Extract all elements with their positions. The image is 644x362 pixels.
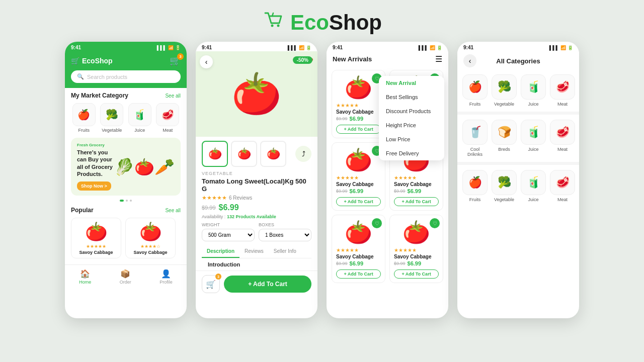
- rating-row: ★★★★★ 6 Reviews: [202, 195, 311, 201]
- cat-juice[interactable]: 🧃 Juice: [127, 103, 153, 133]
- cat-icon-juice-2: 🧃: [521, 120, 546, 145]
- dropdown-discount-products[interactable]: Discount Products: [379, 104, 444, 118]
- availability-row: Availability : 132 Products Available: [202, 214, 311, 219]
- old-price: $9.99: [202, 205, 216, 211]
- meat-icon: 🥩: [156, 103, 179, 126]
- shop-now-button[interactable]: Shop Now >: [77, 182, 111, 191]
- banner-dots: [65, 200, 187, 202]
- nav-home[interactable]: 🏠 Home: [79, 269, 91, 285]
- nav-profile[interactable]: 👤 Profile: [159, 269, 173, 285]
- cat-fruits[interactable]: 🍎 Fruits: [71, 103, 97, 133]
- cat-card-juice-2[interactable]: 🧃 Juice: [521, 120, 546, 157]
- dropdown-height-price[interactable]: Height Price: [379, 118, 444, 132]
- status-icons-3: ▌▌▌ 📶 🔋: [419, 45, 442, 50]
- market-see-all[interactable]: See all: [165, 93, 181, 99]
- cat-card-meat-1[interactable]: 🥩 Meat: [550, 74, 575, 107]
- tab-seller-info[interactable]: Seller Info: [269, 245, 301, 258]
- cat-card-fruits-2[interactable]: 🍎 Fruits: [462, 170, 488, 202]
- divider-2: [457, 162, 579, 165]
- popular-card-2[interactable]: 🍅 ★★★★☆ Savoy Cabbage: [125, 218, 176, 258]
- boxes-select[interactable]: 1 Boxes 2 Boxes: [259, 229, 311, 241]
- thumb-1[interactable]: 🍅: [202, 141, 228, 167]
- cat-label-drinks: Cool Driknks: [462, 147, 488, 157]
- time-2: 9:41: [202, 45, 212, 50]
- share-button[interactable]: ⤴: [295, 146, 311, 162]
- thumb-3[interactable]: 🍅: [260, 141, 286, 167]
- cat-card-vegetable-1[interactable]: 🥦 Vegetable: [492, 74, 517, 107]
- cat-icon-juice-1: 🧃: [521, 74, 546, 100]
- intro-title: Introduction: [202, 261, 311, 267]
- market-category-grid: 🍎 Fruits 🥦 Vegetable 🧃 Juice 🥩 Meat: [65, 101, 187, 136]
- phone1-cart-icon[interactable]: 🛒 3: [170, 55, 181, 66]
- cat-card-meat-2[interactable]: 🥩 Meat: [550, 120, 575, 157]
- cat-label-juice-2: Juice: [528, 147, 538, 152]
- popular-header: Popular See all: [65, 203, 187, 216]
- fruits-label: Fruits: [78, 128, 90, 133]
- cat-card-drinks[interactable]: 🥤 Cool Driknks: [462, 120, 488, 157]
- prod-stars-1: ★★★★★: [336, 103, 381, 108]
- phone-new-arrivals: 9:41 ▌▌▌ 📶 🔋 New Arrivals ☰ New Arrival …: [327, 42, 448, 318]
- back-button-4[interactable]: ‹: [463, 54, 476, 67]
- phone1-search[interactable]: 🔍 Search products: [71, 70, 181, 83]
- cat-vegetable[interactable]: 🥦 Vegetable: [99, 103, 125, 133]
- prod-price-4: $9.99 $6.99: [394, 188, 439, 194]
- phones-container: 9:41 ▌▌▌ 📶 🔋 🛒 EcoShop 🛒 3 🔍: [50, 42, 594, 318]
- add-btn-6[interactable]: + Add To Cart: [394, 269, 439, 279]
- promo-banner: Fresh Grocery There's you can Buy your a…: [71, 138, 181, 196]
- status-bar-4: 9:41 ▌▌▌ 📶 🔋: [457, 42, 579, 51]
- weight-select[interactable]: 500 Gram 1 Kg: [202, 229, 255, 241]
- product-card-3: ♡ 🍅 ★★★★★ Savoy Cabbage $9.99 $6.99 + Ad…: [332, 142, 385, 211]
- prod-old-4: $9.99: [394, 189, 406, 194]
- new-arrivals-title: New Arrivals: [333, 55, 372, 63]
- prod-stars-6: ★★★★★: [394, 247, 439, 253]
- tab-reviews[interactable]: Reviews: [239, 245, 269, 258]
- dropdown-new-arrival[interactable]: New Arrival: [379, 76, 444, 90]
- logo-icon: [262, 9, 284, 36]
- cat-icon-drinks: 🥤: [462, 120, 488, 145]
- cat-card-juice-1[interactable]: 🧃 Juice: [521, 74, 546, 107]
- add-btn-4[interactable]: + Add To Cart: [394, 197, 439, 206]
- cat-icon-meat-2: 🥩: [550, 120, 575, 145]
- nav-order-label: Order: [120, 280, 131, 285]
- add-btn-5[interactable]: + Add To Cart: [336, 269, 381, 279]
- wifi-icon-2: 📶: [299, 45, 304, 50]
- juice-icon: 🧃: [128, 103, 151, 126]
- filter-icon[interactable]: ☰: [435, 54, 442, 64]
- cart-icon-button[interactable]: 🛒 3: [202, 275, 220, 293]
- dropdown-low-price[interactable]: Low Price: [379, 132, 444, 146]
- cat-label-vegetable-1: Vegetable: [494, 102, 514, 107]
- cat-card-vegetable-2[interactable]: 🥦 Vegetable: [492, 170, 517, 202]
- vegetable-icon: 🥦: [100, 103, 123, 126]
- wifi-icon: 📶: [168, 45, 174, 50]
- dropdown-best-sellings[interactable]: Best Sellings: [379, 90, 444, 104]
- add-btn-1[interactable]: + Add To Cart: [336, 125, 381, 134]
- nav-order[interactable]: 📦 Order: [120, 269, 131, 285]
- boxes-col: BOXES 1 Boxes 2 Boxes: [259, 222, 311, 241]
- cat-card-fruits-1[interactable]: 🍎 Fruits: [462, 74, 488, 107]
- app-header: EcoShop: [262, 0, 382, 42]
- cat-card-meat-3[interactable]: 🥩 Meat: [550, 170, 575, 202]
- add-btn-3[interactable]: + Add To Cart: [336, 197, 381, 206]
- cat-card-juice-3[interactable]: 🧃 Juice: [521, 170, 546, 202]
- phone2-footer: 🛒 3 + Add To Cart: [196, 270, 317, 297]
- dot-2: [130, 200, 132, 202]
- svg-point-0: [271, 25, 273, 27]
- cat-meat[interactable]: 🥩 Meat: [155, 103, 181, 133]
- prod-price-1: $9.99 $6.99: [336, 116, 381, 122]
- bottom-nav-1: 🏠 Home 📦 Order 👤 Profile: [65, 264, 187, 288]
- add-to-cart-button[interactable]: + Add To Cart: [224, 276, 311, 293]
- popular-card-1[interactable]: 🍅 ★★★★★ Savoy Cabbage: [71, 218, 121, 258]
- dropdown-free-delivery[interactable]: Free Delivery: [379, 146, 444, 160]
- cat-card-breds[interactable]: 🍞 Breds: [492, 120, 517, 157]
- profile-icon: 👤: [161, 269, 171, 279]
- phone1-logo: 🛒 EcoShop: [71, 57, 113, 65]
- cat-label-meat-1: Meat: [557, 102, 568, 107]
- popular-see-all[interactable]: See all: [165, 208, 181, 213]
- thumb-2[interactable]: 🍅: [231, 141, 257, 167]
- fav-5[interactable]: ♡: [372, 218, 382, 228]
- popular-title: Popular: [71, 207, 94, 214]
- tab-description[interactable]: Description: [202, 245, 239, 258]
- product-stars: ★★★★★: [202, 195, 227, 201]
- fav-6[interactable]: ♡: [430, 218, 440, 228]
- back-button[interactable]: ‹: [200, 55, 213, 68]
